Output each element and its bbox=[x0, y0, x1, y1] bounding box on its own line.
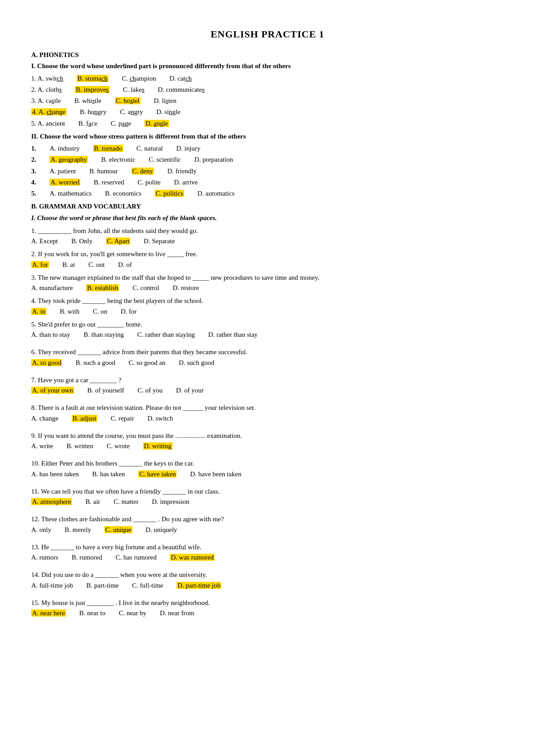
g-q5-options: A. than to stay B. than staying C. rathe… bbox=[31, 330, 504, 340]
grammar-instruction: I. Choose the word or phrase that best f… bbox=[31, 213, 504, 223]
g-q2-a: A. for bbox=[31, 260, 49, 270]
phonetics-q5: 5. A. ancient B. face C. page D. angle bbox=[31, 119, 504, 129]
grammar-q8: 8. There is a fault at our television st… bbox=[31, 403, 504, 424]
sq5-b: B. economics bbox=[105, 188, 141, 199]
sq3-num: 3. bbox=[31, 166, 36, 176]
phonetics-q2: 2. A. cloths B. improves C. lakes D. com… bbox=[31, 85, 504, 95]
g-q6-options: A. so good B. such a good C. so good an … bbox=[31, 358, 504, 368]
sq3-a: A. patient bbox=[49, 166, 76, 176]
q3-a: 3. A. castle bbox=[31, 96, 61, 106]
g-q3-b: B. establish bbox=[86, 283, 119, 293]
q5-d: D. angle bbox=[144, 119, 169, 129]
g-q4-options: A. in B. with C. on D. for bbox=[31, 306, 504, 317]
q4-b: B. hungry bbox=[80, 107, 107, 117]
g-q11-options: A. atmosphere B. air C. matter D. impres… bbox=[31, 497, 504, 507]
grammar-q15: 15. My house is just ________ . I live i… bbox=[31, 598, 504, 619]
sq1-num: 1. bbox=[31, 143, 36, 154]
g-q15-b: B. near to bbox=[79, 608, 106, 618]
g-q12-c: C. unique bbox=[104, 525, 132, 535]
g-q8-a: A. change bbox=[31, 413, 58, 424]
g-q10-text: 10. Either Peter and his brothers ______… bbox=[31, 458, 504, 469]
g-q10-c: C. have taken bbox=[138, 469, 177, 479]
q1-b: B. stomach bbox=[77, 74, 109, 84]
sq1-d: D. injury bbox=[176, 143, 200, 154]
g-q15-c: C. near by bbox=[119, 608, 146, 618]
g-q4-a: A. in bbox=[31, 306, 46, 317]
g-q14-b: B. part-time bbox=[86, 580, 119, 591]
stress-q4: 4. A. worried B. reserved C. polite D. a… bbox=[31, 177, 504, 188]
stress-q1: 1. A. industry B. tornado C. natural D. … bbox=[31, 143, 504, 154]
q4-c: C. angry bbox=[120, 107, 143, 117]
g-q4-c: C. on bbox=[93, 306, 107, 317]
g-q13-text: 13. He _______ to have a very big fortun… bbox=[31, 542, 504, 552]
g-q7-d: D. of your bbox=[176, 385, 204, 396]
g-q8-options: A. change B. adjust C. repair D. switch bbox=[31, 413, 504, 424]
q2-b: B. improves bbox=[75, 85, 109, 95]
g-q3-text: 3. The new manager explained to the staf… bbox=[31, 273, 504, 283]
g-q12-text: 12. These clothes are fashionable and __… bbox=[31, 514, 504, 524]
g-q12-options: A. only B. merely C. unique D. uniquely bbox=[31, 525, 504, 535]
stress-q2: 2. A. geography B. electronic C. scienti… bbox=[31, 155, 504, 165]
phonetics-section: A. PHONETICS I. Choose the word whose un… bbox=[31, 50, 504, 199]
grammar-q3: 3. The new manager explained to the staf… bbox=[31, 273, 504, 294]
sq1-c: C. natural bbox=[136, 143, 163, 154]
g-q4-b: B. with bbox=[60, 306, 79, 317]
grammar-section: B. GRAMMAR AND VOCABULARY I. Choose the … bbox=[31, 200, 504, 618]
g-q7-text: 7. Have you got a car ________ ? bbox=[31, 375, 504, 385]
g-q1-b: B. Only bbox=[71, 236, 93, 246]
g-q13-a: A. rumors bbox=[31, 552, 58, 563]
sq2-a: A. geography bbox=[49, 155, 88, 165]
g-q5-c: C. rather than staying bbox=[137, 330, 195, 340]
sq1-a: A. industry bbox=[49, 143, 80, 154]
g-q8-c: C. repair bbox=[111, 413, 134, 424]
g-q12-d: D. uniquely bbox=[146, 525, 177, 535]
g-q15-d: D. near from bbox=[160, 608, 194, 618]
sq5-a: A. mathematics bbox=[49, 188, 91, 199]
sq3-c: C. deny bbox=[132, 166, 154, 176]
g-q6-c: C. so good an bbox=[129, 358, 166, 368]
g-q12-b: B. merely bbox=[65, 525, 91, 535]
q2-num: 2. A. cloths bbox=[31, 85, 62, 95]
q1-num: 1. A. switch bbox=[31, 74, 63, 84]
grammar-q11: 11. We can tell you that we often have a… bbox=[31, 486, 504, 507]
q3-b: B. whistle bbox=[74, 96, 102, 106]
phonetics-q1: 1. A. switch B. stomach C. champion D. c… bbox=[31, 74, 504, 84]
g-q1-text: 1. __________ from John, all the student… bbox=[31, 226, 504, 236]
sq4-num: 4. bbox=[31, 177, 36, 188]
g-q8-b: B. adjust bbox=[72, 413, 97, 424]
g-q3-options: A. manufacture B. establish C. control D… bbox=[31, 283, 504, 293]
stress-q3: 3. A. patient B. humour C. deny D. frien… bbox=[31, 166, 504, 176]
sq2-b: B. electronic bbox=[101, 155, 136, 165]
g-q13-b: B. rumored bbox=[72, 552, 102, 563]
grammar-q5: 5. She'd prefer to go out ________ home.… bbox=[31, 319, 504, 340]
g-q14-d: D. part-time job bbox=[177, 580, 221, 591]
grammar-q9: 9. If you want to attend the course, you… bbox=[31, 431, 504, 452]
g-q10-b: B. has taken bbox=[92, 469, 125, 479]
sq2-c: C. scientific bbox=[149, 155, 181, 165]
g-q6-b: B. such a good bbox=[75, 358, 115, 368]
g-q11-d: D. impression bbox=[152, 497, 189, 507]
sq5-d: D. automatics bbox=[198, 188, 235, 199]
g-q9-text: 9. If you want to attend the course, you… bbox=[31, 431, 504, 441]
g-q13-c: C. has rumored bbox=[115, 552, 156, 563]
sq2-d: D. preparation bbox=[194, 155, 233, 165]
sq4-c: C. polite bbox=[138, 177, 161, 188]
g-q5-d: D. rather than stay bbox=[208, 330, 258, 340]
sq4-b: B. reserved bbox=[94, 177, 124, 188]
phonetics-instruction2: II. Choose the word whose stress pattern… bbox=[31, 131, 504, 142]
g-q14-c: C. full-time bbox=[132, 580, 163, 591]
q1-c: C. champion bbox=[122, 74, 156, 84]
g-q15-a: A. near here bbox=[31, 608, 66, 618]
grammar-q4: 4. They took pride _______ being the bes… bbox=[31, 296, 504, 317]
g-q11-c: C. matter bbox=[114, 497, 139, 507]
grammar-q14: 14. Did you use to do a _______ when you… bbox=[31, 570, 504, 591]
g-q1-d: D. Separate bbox=[144, 236, 175, 246]
g-q7-a: A. of your own bbox=[31, 385, 74, 396]
g-q9-options: A. write B. written C. wrote D. writing bbox=[31, 441, 504, 451]
g-q2-options: A. for B. at C. out D. of bbox=[31, 260, 504, 270]
g-q14-text: 14. Did you use to do a _______ when you… bbox=[31, 570, 504, 580]
g-q3-d: D. restore bbox=[173, 283, 199, 293]
g-q1-a: A. Except bbox=[31, 236, 58, 246]
g-q2-b: B. at bbox=[62, 260, 75, 270]
q5-a: 5. A. ancient bbox=[31, 119, 65, 129]
